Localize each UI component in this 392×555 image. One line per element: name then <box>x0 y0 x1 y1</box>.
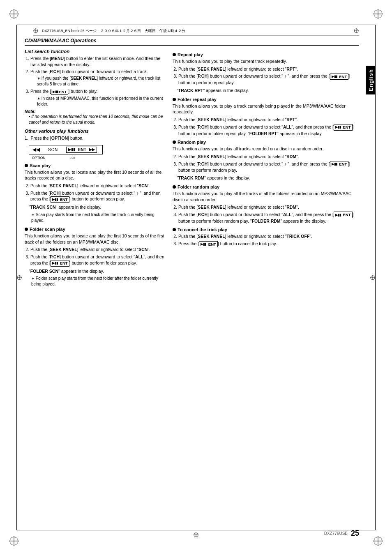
folder-repeat-steps: Push the [SEEK PANEL] leftward or rightw… <box>173 117 359 136</box>
ent-label: ▶▮▮ ENT ▶▶ <box>66 147 97 153</box>
option-diagram-label: OPTION <box>32 156 46 160</box>
ent-btn-scan: ▶▮▮ ENT <box>51 196 69 203</box>
folder-repeat-step-2: Push the [SEEK PANEL] leftward or rightw… <box>178 117 359 123</box>
left-column: List search function Press the [MENU] bu… <box>25 49 164 288</box>
page-label: DXZ776USB <box>324 531 348 536</box>
repeat-play-heading: Repeat play <box>173 52 359 57</box>
list-search-title: List search function <box>25 49 164 54</box>
scan-play-step-2: Push the [SEEK PANEL] leftward or rightw… <box>30 183 164 189</box>
random-play-desc: This function allows you to play all tra… <box>173 146 359 152</box>
cancel-trick-step-3: Press the [▶▮▮ ENT] button to cancel the… <box>178 241 359 247</box>
folder-scan-note: "FOLDER SCN" appears in the display. <box>25 268 164 274</box>
reg-mark-tr <box>372 8 384 20</box>
page: DXZ776USB_EN.book 25 ページ ２００６年１２月２６日 火曜日… <box>0 0 392 555</box>
ent-btn-folder-random: ▶▮▮ ENT <box>334 212 353 218</box>
repeat-play-bullet <box>173 53 176 56</box>
header-info: DXZ776USB_EN.book 25 ページ ２００６年１２月２６日 火曜日… <box>33 28 359 36</box>
prev-icon: ◀◀ <box>32 147 40 152</box>
columns-wrapper: List search function Press the [MENU] bu… <box>25 49 359 288</box>
folder-random-steps: Push the [SEEK PANEL] leftward or rightw… <box>173 204 359 224</box>
random-play-bullet <box>173 140 176 144</box>
other-play-step1: 1. Press the [OPTION] button. <box>25 135 164 141</box>
reg-mark-tl <box>8 8 20 20</box>
ent-btn-folder-repeat: ▶▮▮ ENT <box>334 124 353 130</box>
english-tab: English <box>366 66 376 94</box>
ent-btn-repeat: ▶▮▮ ENT <box>330 74 349 80</box>
repeat-play-desc: This function allows you to play the cur… <box>173 58 359 64</box>
scan-play-bullet <box>25 164 28 167</box>
random-play-title: Random play <box>178 140 206 145</box>
button-diagram-wrapper: ◀◀ SCN ▶▮▮ ENT ▶▶ OPTION ♪⊿ <box>29 143 103 160</box>
pch-bold: P.CH <box>50 69 60 74</box>
folder-scan-desc: This function allows you to locate and p… <box>25 233 164 245</box>
folder-repeat-title: Folder repeat play <box>178 97 217 102</box>
folder-scan-step-2: Push the [SEEK PANEL] leftward or rightw… <box>30 246 164 253</box>
page-number-area: DXZ776USB 25 <box>324 529 359 538</box>
repeat-play-steps: Push the [SEEK PANEL] leftward or rightw… <box>173 66 359 86</box>
header-crosshair <box>33 28 39 34</box>
list-search-step-3: Press the [▶▮▮ ENT] button to play. In c… <box>30 88 164 107</box>
scan-play-heading: Scan play <box>25 163 164 168</box>
cancel-trick-bullet <box>173 228 176 231</box>
folder-scan-sub-note: Folder scan play starts from the next fo… <box>25 276 164 287</box>
menu-bold: MENU <box>51 56 64 61</box>
scan-play-desc: This function allows you to locate and p… <box>25 169 164 181</box>
arrow-symbols: ♪⊿ <box>70 156 75 160</box>
header-crosshair-right <box>353 28 359 34</box>
other-play-title: Other various play functions <box>25 129 164 134</box>
top-border <box>16 25 376 25</box>
bottom-center-crosshair <box>193 532 199 538</box>
list-search-step-1: Press the [MENU] button to enter the lis… <box>30 55 164 67</box>
folder-scan-bullet <box>25 228 28 231</box>
bottom-border <box>16 530 376 530</box>
ent-button-inline: ▶▮▮ ENT <box>51 89 68 95</box>
folder-random-desc: This function allows you to play all the… <box>173 191 359 203</box>
scan-play-note: "TRACK SCN" appears in the display. <box>25 204 164 210</box>
page-number: 25 <box>351 529 359 538</box>
ent-btn-cancel-trick: ▶▮▮ ENT <box>199 241 218 247</box>
folder-scan-heading: Folder scan play <box>25 227 164 232</box>
button-diagram: ◀◀ SCN ▶▮▮ ENT ▶▶ <box>29 145 103 154</box>
ent-btn-folder-scan: ▶▮▮ ENT <box>51 260 69 266</box>
cancel-trick-step-2: Push the [SEEK PANEL] leftward or rightw… <box>178 233 359 240</box>
scan-play-sub-note: Scan play starts from the next track aft… <box>25 212 164 223</box>
cancel-trick-steps: Push the [SEEK PANEL] leftward or rightw… <box>173 233 359 247</box>
right-column: Repeat play This function allows you to … <box>173 49 359 288</box>
repeat-play-step-2: Push the [SEEK PANEL] leftward or rightw… <box>178 66 359 72</box>
ent-btn-random: ▶▮▮ ENT <box>330 161 349 167</box>
folder-repeat-heading: Folder repeat play <box>173 97 359 102</box>
scan-play-steps: Push the [SEEK PANEL] leftward or rightw… <box>25 183 164 203</box>
scan-play-title: Scan play <box>30 163 51 168</box>
list-search-sub-note-1: If you push the [SEEK PANEL] leftward or… <box>30 76 164 87</box>
note-text: If no operation is performed for more th… <box>25 114 164 125</box>
scn-label: SCN <box>48 147 58 152</box>
repeat-play-title: Repeat play <box>178 52 203 57</box>
folder-random-step-3: Push the [P.CH] button upward or downwar… <box>178 212 359 224</box>
reg-mark-br <box>372 535 384 547</box>
cancel-trick-title: To cancel the trick play <box>178 227 227 232</box>
repeat-play-step-3: Push the [P.CH] button upward or downwar… <box>178 73 359 86</box>
folder-scan-step-3: Push the [P.CH] button upward or downwar… <box>30 254 164 267</box>
right-mid-crosshair <box>370 275 376 281</box>
main-content: CD/MP3/WMA/AAC Operations List search fu… <box>25 38 359 522</box>
section-title: CD/MP3/WMA/AAC Operations <box>25 38 359 46</box>
folder-repeat-desc: This function allows you to play a track… <box>173 103 359 115</box>
folder-repeat-bullet <box>173 98 176 101</box>
random-play-step-2: Push the [SEEK PANEL] leftward or rightw… <box>178 154 359 160</box>
header-text: DXZ776USB_EN.book 25 ページ ２００６年１２月２６日 火曜日… <box>42 28 185 34</box>
folder-random-bullet <box>173 185 176 189</box>
folder-random-title: Folder random play <box>178 184 219 189</box>
folder-repeat-step-3: Push the [P.CH] button upward or downwar… <box>178 124 359 137</box>
repeat-play-note: "TRACK RPT" appears in the display. <box>173 88 359 94</box>
random-play-heading: Random play <box>173 140 359 145</box>
folder-random-heading: Folder random play <box>173 184 359 189</box>
folder-scan-title: Folder scan play <box>30 227 65 232</box>
cancel-trick-heading: To cancel the trick play <box>173 227 359 232</box>
random-play-step-3: Push the [P.CH] button upward or downwar… <box>178 161 359 174</box>
scan-play-step-3: Push the [P.CH] button upward or downwar… <box>30 190 164 203</box>
random-play-note: "TRACK RDM" appears in the display. <box>173 175 359 181</box>
option-bold: OPTION <box>51 136 68 140</box>
list-search-steps: Press the [MENU] button to enter the lis… <box>25 55 164 107</box>
folder-random-step-2: Push the [SEEK PANEL] leftward or rightw… <box>178 204 359 210</box>
list-search-sub-note-2: In case of MP3/WMA/AAC, this function is… <box>30 96 164 107</box>
